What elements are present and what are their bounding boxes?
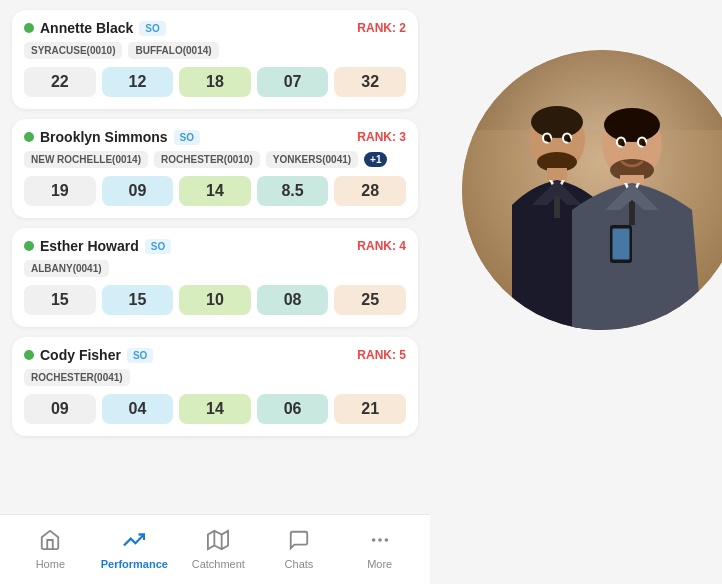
card-header: Cody FisherSORANK: 5 — [24, 347, 406, 363]
tags-row: ROCHESTER(0041) — [24, 369, 406, 386]
so-badge: SO — [139, 21, 165, 36]
status-dot — [24, 23, 34, 33]
card-header: Brooklyn SimmonsSORANK: 3 — [24, 129, 406, 145]
stat-box: 06 — [257, 394, 329, 424]
left-panel: Annette BlackSORANK: 2SYRACUSE(0010)BUFF… — [0, 0, 430, 584]
svg-point-4 — [378, 538, 382, 542]
so-badge: SO — [127, 348, 153, 363]
hero-image — [462, 50, 722, 330]
home-icon — [39, 529, 61, 555]
nav-item-more[interactable]: More — [339, 523, 420, 576]
location-tag: BUFFALO(0014) — [128, 42, 218, 59]
svg-point-10 — [531, 106, 583, 138]
main-container: Annette BlackSORANK: 2SYRACUSE(0010)BUFF… — [0, 0, 722, 584]
so-badge: SO — [145, 239, 171, 254]
stat-box: 12 — [102, 67, 174, 97]
stat-box: 22 — [24, 67, 96, 97]
chats-icon — [288, 529, 310, 555]
svg-point-33 — [642, 142, 646, 147]
location-tag: NEW ROCHELLE(0014) — [24, 151, 148, 168]
svg-marker-0 — [208, 531, 228, 549]
rank-text: RANK: 3 — [357, 130, 406, 144]
stat-box: 25 — [334, 285, 406, 315]
right-panel — [430, 0, 722, 584]
rank-text: RANK: 5 — [357, 348, 406, 362]
agent-name: Cody Fisher — [40, 347, 121, 363]
agent-card: Brooklyn SimmonsSORANK: 3NEW ROCHELLE(00… — [12, 119, 418, 218]
stat-box: 14 — [179, 176, 251, 206]
svg-point-32 — [621, 142, 625, 147]
agent-card: Esther HowardSORANK: 4ALBANY(0041)151510… — [12, 228, 418, 327]
nav-label-chats: Chats — [285, 558, 314, 570]
card-header: Annette BlackSORANK: 2 — [24, 20, 406, 36]
status-dot — [24, 132, 34, 142]
nav-item-home[interactable]: Home — [10, 523, 91, 576]
nav-label-more: More — [367, 558, 392, 570]
stat-box: 09 — [102, 176, 174, 206]
stat-box: 09 — [24, 394, 96, 424]
svg-point-30 — [547, 138, 551, 143]
location-tag: ROCHESTER(0010) — [154, 151, 260, 168]
stats-row: 1909148.528 — [24, 176, 406, 206]
card-header: Esther HowardSORANK: 4 — [24, 238, 406, 254]
stats-row: 0904140621 — [24, 394, 406, 424]
status-dot — [24, 350, 34, 360]
cards-area: Annette BlackSORANK: 2SYRACUSE(0010)BUFF… — [0, 0, 430, 514]
nav-label-performance: Performance — [101, 558, 168, 570]
so-badge: SO — [174, 130, 200, 145]
stat-box: 18 — [179, 67, 251, 97]
location-tag: YONKERS(0041) — [266, 151, 358, 168]
stat-box: 14 — [179, 394, 251, 424]
stat-box: 07 — [257, 67, 329, 97]
stat-box: 8.5 — [257, 176, 329, 206]
agent-name: Brooklyn Simmons — [40, 129, 168, 145]
svg-rect-21 — [613, 229, 629, 259]
status-dot — [24, 241, 34, 251]
stats-row: 1515100825 — [24, 285, 406, 315]
nav-item-performance[interactable]: Performance — [91, 523, 178, 576]
stat-box: 15 — [24, 285, 96, 315]
stats-row: 2212180732 — [24, 67, 406, 97]
stat-box: 15 — [102, 285, 174, 315]
stat-box: 32 — [334, 67, 406, 97]
nav-item-catchment[interactable]: Catchment — [178, 523, 259, 576]
agent-card: Cody FisherSORANK: 5ROCHESTER(0041)09041… — [12, 337, 418, 436]
stat-box: 04 — [102, 394, 174, 424]
stat-box: 08 — [257, 285, 329, 315]
tags-row: SYRACUSE(0010)BUFFALO(0014) — [24, 42, 406, 59]
performance-icon — [123, 529, 145, 555]
agent-name: Esther Howard — [40, 238, 139, 254]
rank-text: RANK: 4 — [357, 239, 406, 253]
stat-box: 28 — [334, 176, 406, 206]
svg-point-5 — [384, 538, 388, 542]
nav-item-chats[interactable]: Chats — [259, 523, 340, 576]
svg-point-3 — [371, 538, 375, 542]
location-tag: SYRACUSE(0010) — [24, 42, 122, 59]
nav-label-home: Home — [36, 558, 65, 570]
location-tag: ALBANY(0041) — [24, 260, 109, 277]
agent-name: Annette Black — [40, 20, 133, 36]
extra-badge: +1 — [364, 152, 387, 167]
catchment-icon — [207, 529, 229, 555]
tags-row: NEW ROCHELLE(0014)ROCHESTER(0010)YONKERS… — [24, 151, 406, 168]
stat-box: 19 — [24, 176, 96, 206]
stat-box: 10 — [179, 285, 251, 315]
rank-text: RANK: 2 — [357, 21, 406, 35]
svg-point-31 — [567, 138, 571, 143]
agent-card: Annette BlackSORANK: 2SYRACUSE(0010)BUFF… — [12, 10, 418, 109]
svg-point-15 — [604, 108, 660, 142]
tags-row: ALBANY(0041) — [24, 260, 406, 277]
location-tag: ROCHESTER(0041) — [24, 369, 130, 386]
bottom-nav: HomePerformanceCatchmentChatsMore — [0, 514, 430, 584]
stat-box: 21 — [334, 394, 406, 424]
more-icon — [369, 529, 391, 555]
nav-label-catchment: Catchment — [192, 558, 245, 570]
